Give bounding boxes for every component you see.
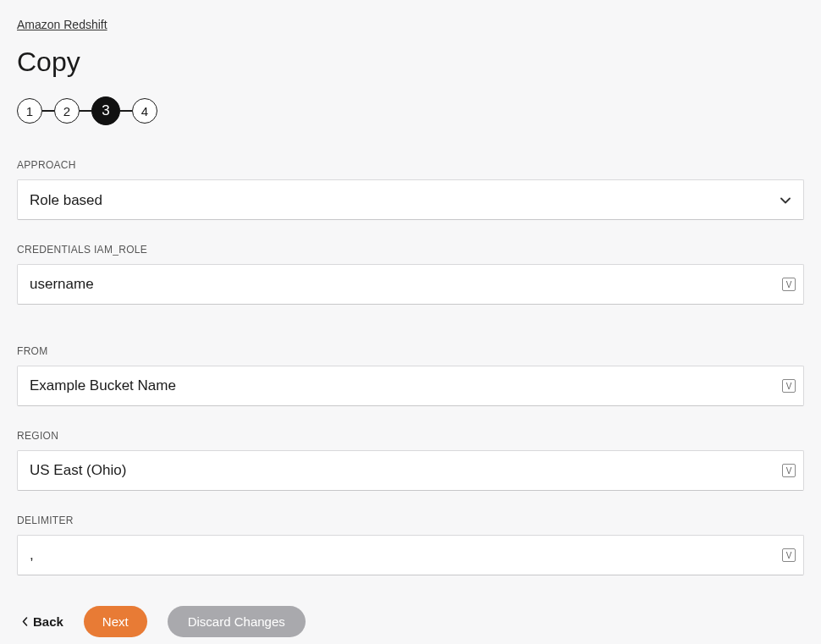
from-label: FROM [17, 345, 804, 357]
back-label: Back [33, 614, 63, 629]
chevron-left-icon [22, 614, 28, 629]
credentials-label: CREDENTIALS IAM_ROLE [17, 244, 804, 256]
back-button[interactable]: Back [22, 614, 63, 629]
credentials-input[interactable] [17, 264, 804, 305]
approach-label: APPROACH [17, 159, 804, 171]
region-input[interactable] [17, 450, 804, 491]
breadcrumb-link[interactable]: Amazon Redshift [17, 18, 107, 31]
step-connector [120, 110, 132, 112]
step-3[interactable]: 3 [91, 96, 120, 125]
next-button[interactable]: Next [84, 606, 147, 637]
approach-select[interactable]: Role based [17, 179, 804, 220]
variable-icon[interactable]: V [782, 464, 796, 477]
step-2[interactable]: 2 [54, 98, 80, 124]
from-input[interactable] [17, 366, 804, 406]
variable-icon[interactable]: V [782, 278, 796, 291]
step-4[interactable]: 4 [132, 98, 157, 124]
stepper: 1 2 3 4 [17, 96, 804, 125]
footer-actions: Back Next Discard Changes [17, 606, 804, 637]
step-connector [80, 110, 91, 112]
delimiter-label: DELIMITER [17, 515, 804, 526]
variable-icon[interactable]: V [782, 548, 796, 562]
delimiter-input[interactable] [17, 535, 804, 575]
step-connector [42, 110, 54, 112]
step-1[interactable]: 1 [17, 98, 42, 124]
region-label: REGION [17, 430, 804, 442]
variable-icon[interactable]: V [782, 379, 796, 393]
page-title: Copy [17, 47, 804, 78]
discard-button[interactable]: Discard Changes [168, 606, 306, 637]
